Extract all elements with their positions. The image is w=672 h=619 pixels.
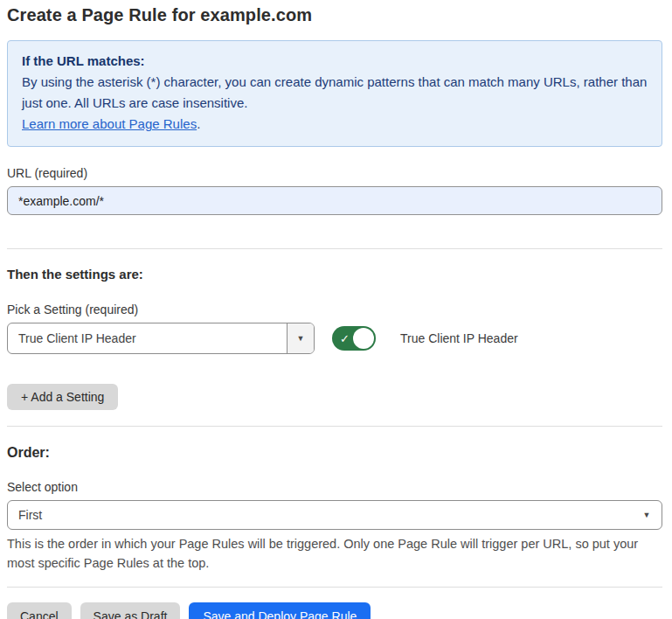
- setting-select[interactable]: True Client IP Header ▼: [7, 323, 315, 354]
- setting-toggle-label: True Client IP Header: [400, 331, 518, 345]
- pick-setting-label: Pick a Setting (required): [7, 303, 662, 316]
- order-select-value: First: [8, 508, 632, 522]
- footer-actions: Cancel Save as Draft Save and Deploy Pag…: [7, 602, 662, 619]
- url-match-info-box: If the URL matches: By using the asteris…: [7, 40, 662, 147]
- setting-toggle-group: ✓ True Client IP Header: [332, 326, 518, 351]
- setting-toggle[interactable]: ✓: [332, 326, 376, 351]
- cancel-button[interactable]: Cancel: [7, 602, 72, 619]
- caret-down-icon: ▼: [297, 335, 305, 343]
- caret-down-icon: ▼: [643, 511, 651, 519]
- learn-more-link[interactable]: Learn more about Page Rules: [22, 116, 197, 131]
- order-select-caret: ▼: [632, 501, 662, 529]
- setting-select-value: True Client IP Header: [8, 331, 287, 345]
- divider: [7, 587, 662, 588]
- settings-section-heading: Then the settings are:: [7, 267, 662, 282]
- order-select[interactable]: First ▼: [7, 500, 662, 530]
- page-rule-form: Create a Page Rule for example.com If th…: [0, 0, 672, 619]
- check-icon: ✓: [340, 332, 350, 345]
- order-section-heading: Order:: [7, 445, 662, 461]
- url-input[interactable]: [7, 186, 662, 215]
- link-period: .: [197, 116, 200, 131]
- setting-row: True Client IP Header ▼ ✓ True Client IP…: [7, 323, 662, 354]
- add-setting-button[interactable]: + Add a Setting: [7, 384, 118, 410]
- url-field-label: URL (required): [7, 166, 662, 180]
- divider: [7, 248, 662, 249]
- info-box-link-line: Learn more about Page Rules.: [22, 114, 648, 135]
- info-box-body: By using the asterisk (*) character, you…: [22, 72, 648, 114]
- save-as-draft-button[interactable]: Save as Draft: [80, 602, 181, 619]
- info-box-heading: If the URL matches:: [22, 51, 648, 72]
- save-and-deploy-button[interactable]: Save and Deploy Page Rule: [189, 602, 371, 619]
- setting-select-caret-button[interactable]: ▼: [287, 323, 314, 353]
- toggle-knob: [353, 328, 374, 349]
- order-help-text: This is the order in which your Page Rul…: [7, 534, 654, 573]
- order-select-label: Select option: [7, 480, 662, 494]
- divider: [7, 426, 662, 427]
- page-title: Create a Page Rule for example.com: [7, 5, 662, 25]
